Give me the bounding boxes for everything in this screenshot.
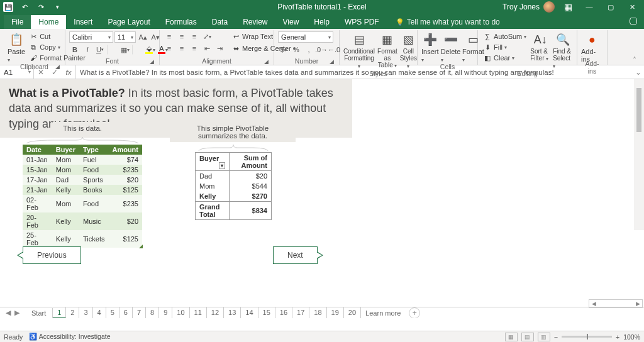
number-format-select[interactable]: General	[278, 31, 333, 43]
tab-data[interactable]: Data	[204, 15, 235, 29]
undo-button[interactable]: ↶	[16, 0, 33, 14]
find-select-button[interactable]: 🔍Find & Select	[553, 31, 573, 70]
fill-button[interactable]: ⬇Fill	[482, 42, 528, 52]
next-button[interactable]: Next	[273, 246, 318, 264]
close-button[interactable]: ✕	[624, 0, 640, 14]
clear-button[interactable]: ◧Clear	[482, 53, 528, 63]
collapse-ribbon[interactable]: ˄	[629, 30, 640, 65]
comma-format[interactable]: ,	[303, 45, 314, 55]
increase-font-button[interactable]: A▴	[137, 32, 148, 42]
tab-review[interactable]: Review	[235, 15, 275, 29]
sheet-tab-14[interactable]: 14	[241, 307, 258, 319]
new-sheet-button[interactable]: +	[409, 307, 420, 319]
accounting-format[interactable]: $	[278, 45, 289, 55]
save-button[interactable]: 💾	[0, 0, 16, 14]
redo-button[interactable]: ↷	[33, 0, 49, 14]
delete-cells-button[interactable]: ➖Delete	[441, 31, 460, 63]
zoom-out[interactable]: −	[554, 333, 558, 341]
insert-cells-button[interactable]: ➕Insert	[421, 31, 439, 63]
sheet-tab-20[interactable]: 20	[344, 307, 361, 319]
sheet-tab-19[interactable]: 19	[327, 307, 344, 319]
user-account[interactable]: Troy Jones	[502, 1, 555, 13]
sheet-tab-16[interactable]: 16	[275, 307, 292, 319]
vertical-scrollbar[interactable]	[634, 79, 644, 230]
sheet-tab-11[interactable]: 11	[190, 307, 207, 319]
normal-view[interactable]: ▦	[505, 333, 518, 341]
tell-me-search[interactable]: Tell me what you want to do	[391, 15, 505, 29]
sheet-tab-9[interactable]: 9	[159, 307, 172, 319]
ribbon-display-options[interactable]	[560, 0, 576, 14]
page-break-view[interactable]: ▥	[538, 333, 550, 341]
sheet-tab-10[interactable]: 10	[172, 307, 189, 319]
sheet-tab-3[interactable]: 3	[79, 307, 92, 319]
font-size-select[interactable]: 11	[114, 31, 136, 43]
clipboard-launcher[interactable]: ◢	[53, 63, 61, 70]
autosum-button[interactable]: ∑AutoSum	[482, 31, 528, 41]
paste-button[interactable]: 📋 Paste	[8, 31, 25, 63]
indent-increase[interactable]: ⇥	[214, 43, 225, 53]
sheet-tab-4[interactable]: 4	[93, 307, 106, 319]
insert-function[interactable]: fx	[62, 65, 75, 79]
format-as-table-button[interactable]: ▦Format as Table	[377, 31, 397, 69]
table-resize-handle[interactable]	[139, 245, 143, 248]
pivot-buyer-header[interactable]: Buyer▾	[196, 153, 230, 171]
align-center[interactable]: ≡	[176, 43, 187, 53]
restore-button[interactable]: ▢	[602, 0, 619, 14]
sheet-tab-17[interactable]: 17	[292, 307, 309, 319]
sheet-tab-15[interactable]: 15	[258, 307, 275, 319]
sheet-tab-7[interactable]: 7	[133, 307, 146, 319]
share-button[interactable]: 🖵	[623, 14, 644, 29]
sheet-tab-12[interactable]: 12	[207, 307, 224, 319]
orientation-button[interactable]: ⤢	[201, 31, 213, 41]
tab-home[interactable]: Home	[31, 15, 66, 29]
filter-icon[interactable]: ▾	[219, 162, 225, 169]
italic-button[interactable]: I	[82, 45, 93, 55]
font-name-select[interactable]: Calibri	[69, 31, 113, 43]
align-left[interactable]: ≡	[164, 43, 175, 53]
cell-styles-button[interactable]: ▧Cell Styles	[400, 31, 417, 70]
sort-filter-button[interactable]: A↓Sort & Filter	[530, 31, 550, 62]
sheet-tab-1[interactable]: 1	[53, 307, 66, 319]
name-box[interactable]: A1	[0, 65, 34, 79]
tab-view[interactable]: View	[275, 15, 307, 29]
font-launcher[interactable]: ◢	[148, 58, 155, 65]
tab-help[interactable]: Help	[306, 15, 337, 29]
sheet-tab-13[interactable]: 13	[224, 307, 241, 319]
percent-format[interactable]: %	[291, 45, 302, 55]
border-button[interactable]: ▦	[119, 45, 131, 55]
align-middle[interactable]: ≡	[176, 31, 187, 41]
indent-decrease[interactable]: ⇤	[201, 43, 213, 53]
sheet-tab-learn[interactable]: Learn more	[361, 308, 405, 318]
align-bottom[interactable]: ≡	[189, 31, 200, 41]
fill-color-button[interactable]: ⬙	[145, 45, 156, 55]
number-launcher[interactable]: ◢	[328, 58, 335, 65]
accessibility-status[interactable]: ♿ Accessibility: Investigate	[29, 333, 110, 341]
decrease-decimal[interactable]: ←.0	[328, 45, 340, 55]
sheet-tab-5[interactable]: 5	[106, 307, 119, 319]
underline-button[interactable]: U▾	[94, 45, 106, 55]
expand-formula-bar[interactable]: ⌄	[633, 68, 644, 77]
sheet-tab-6[interactable]: 6	[119, 307, 133, 319]
tab-page-layout[interactable]: Page Layout	[100, 15, 157, 29]
addins-button[interactable]: ●Add-ins	[581, 31, 603, 63]
align-right[interactable]: ≡	[189, 43, 200, 53]
sheet-tab-start[interactable]: Start	[25, 308, 53, 318]
tab-file[interactable]: File	[4, 15, 31, 29]
horizontal-scrollbar[interactable]: ◀▶	[589, 299, 643, 308]
minimize-button[interactable]: —	[581, 0, 597, 14]
tab-wps-pdf[interactable]: WPS PDF	[337, 15, 387, 29]
zoom-level[interactable]: 100%	[623, 333, 640, 341]
tab-insert[interactable]: Insert	[66, 15, 100, 29]
tab-formulas[interactable]: Formulas	[158, 15, 204, 29]
conditional-formatting-button[interactable]: ▤Conditional Formatting	[343, 31, 375, 70]
alignment-launcher[interactable]: ◢	[262, 58, 270, 65]
previous-button[interactable]: Previous	[23, 246, 81, 264]
zoom-in[interactable]: +	[616, 333, 619, 341]
bold-button[interactable]: B	[69, 45, 80, 55]
zoom-slider[interactable]	[562, 336, 612, 338]
sheet-tab-18[interactable]: 18	[309, 307, 326, 319]
sheet-tab-8[interactable]: 8	[146, 307, 159, 319]
page-layout-view[interactable]: ▤	[521, 333, 534, 341]
increase-decimal[interactable]: .0→	[316, 45, 327, 55]
qat-customize[interactable]: ▾	[49, 0, 65, 14]
